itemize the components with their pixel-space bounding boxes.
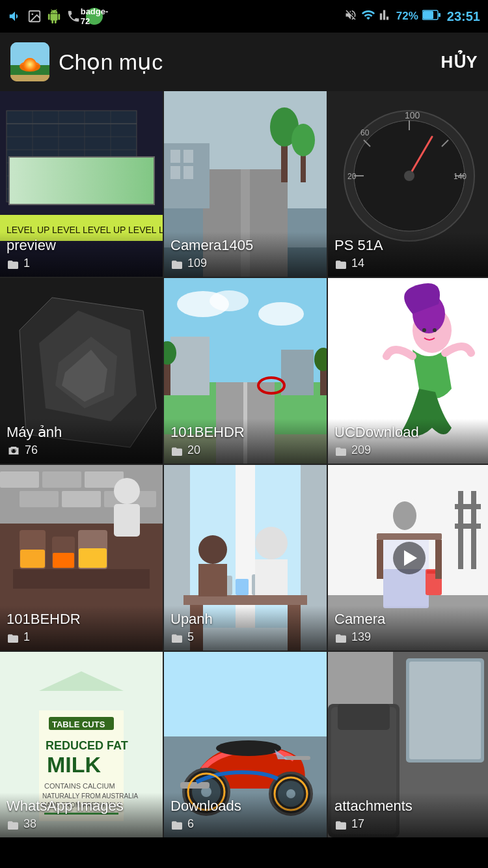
signal-icon	[379, 8, 392, 25]
folder-icon	[170, 259, 183, 269]
svg-point-110	[255, 527, 288, 559]
grid-info-camera: Camera 139	[328, 606, 488, 651]
folder-count-ucdownload: 209	[334, 443, 484, 457]
grid-item-downloads[interactable]: Downloads 6	[164, 652, 327, 837]
svg-point-49	[404, 171, 414, 181]
svg-rect-115	[458, 491, 463, 569]
grid-item-mayanh[interactable]: Máy ảnh 76	[0, 278, 163, 464]
svg-point-78	[433, 328, 437, 332]
mute-icon	[344, 8, 357, 25]
svg-point-94	[114, 478, 140, 504]
svg-rect-126	[377, 540, 383, 579]
folder-count-camera1405: 109	[170, 257, 320, 270]
folder-name-whatsapp: WhatsApp Images	[7, 798, 156, 815]
phone-icon	[66, 9, 81, 23]
cancel-button[interactable]: HỦY	[441, 52, 478, 72]
grid-item-upanh[interactable]: Upanh 5	[164, 465, 327, 651]
folder-count-camera: 139	[334, 630, 484, 644]
svg-point-34	[291, 124, 315, 156]
grid-info-upanh: Upanh 5	[164, 606, 327, 651]
grid-info-whatsapp: WhatsApp Images 38	[0, 792, 163, 837]
folder-icon	[170, 445, 183, 456]
folder-icon	[7, 632, 20, 643]
photo-grid: LEVEL UP LEVEL LEVEL UP LEVEL LEVEL prev…	[0, 91, 488, 837]
svg-text:20: 20	[347, 172, 357, 181]
grid-item-attachments[interactable]: attachments 17	[328, 652, 488, 837]
grid-item-ucdownload[interactable]: UCDownload 209	[328, 278, 488, 464]
svg-rect-95	[114, 504, 140, 537]
svg-rect-102	[183, 595, 307, 605]
folder-count-upanh: 5	[170, 630, 320, 644]
folder-name-upanh: Upanh	[170, 611, 320, 628]
grid-info-preview: preview 1	[0, 232, 163, 277]
svg-rect-116	[471, 491, 476, 569]
svg-point-77	[422, 328, 426, 332]
svg-point-1	[31, 13, 33, 15]
app-icon	[10, 42, 49, 81]
folder-name-preview: preview	[7, 237, 156, 254]
folder-name-ucdownload: UCDownload	[334, 424, 484, 441]
svg-text:CONTAINS CALCIUM: CONTAINS CALCIUM	[44, 782, 115, 790]
svg-point-120	[393, 501, 416, 530]
svg-rect-86	[79, 548, 107, 568]
android-icon	[47, 9, 61, 23]
grid-info-downloads: Downloads 6	[164, 792, 327, 837]
svg-point-108	[198, 535, 227, 564]
svg-rect-12	[7, 111, 137, 202]
svg-rect-111	[255, 559, 288, 595]
svg-text:60: 60	[360, 128, 370, 137]
folder-icon	[334, 632, 347, 643]
svg-rect-151	[284, 756, 310, 760]
folder-count-mayanh: 76	[7, 443, 156, 457]
folder-icon	[7, 259, 20, 269]
folder-name-camera: Camera	[334, 611, 484, 628]
svg-rect-91	[20, 491, 59, 507]
folder-name-101behdr2: 101BEHDR	[7, 611, 156, 628]
video-play-button[interactable]	[393, 542, 426, 574]
grid-info-101behdr2: 101BEHDR 1	[0, 606, 163, 651]
svg-rect-7	[10, 75, 49, 81]
svg-point-10	[23, 58, 36, 71]
folder-name-ps51a: PS 51A	[334, 237, 484, 254]
camera-icon	[7, 445, 21, 456]
grid-info-ps51a: PS 51A 14	[328, 232, 488, 277]
folder-count-whatsapp: 38	[7, 817, 156, 831]
svg-rect-39	[183, 166, 193, 179]
svg-rect-85	[53, 553, 74, 568]
grid-item-101behdr[interactable]: 101BEHDR 20	[164, 278, 327, 464]
svg-rect-84	[20, 550, 45, 568]
folder-name-downloads: Downloads	[170, 798, 320, 815]
svg-rect-106	[236, 579, 249, 595]
folder-count-ps51a: 14	[334, 257, 484, 270]
folder-name-camera1405: Camera1405	[170, 237, 320, 254]
svg-rect-88	[0, 471, 39, 488]
folder-count-101behdr: 20	[170, 443, 320, 457]
svg-rect-130	[39, 691, 124, 710]
folder-name-mayanh: Máy ảnh	[7, 424, 156, 441]
grid-item-camera[interactable]: Camera 139	[328, 465, 488, 651]
folder-count-preview: 1	[7, 257, 156, 270]
grid-item-101behdr2[interactable]: 101BEHDR 1	[0, 465, 163, 651]
folder-count-downloads: 6	[170, 817, 320, 831]
grid-item-camera1405[interactable]: Camera1405 109	[164, 91, 327, 277]
folder-icon	[7, 819, 20, 830]
grid-info-101behdr: 101BEHDR 20	[164, 419, 327, 464]
grid-item-whatsapp[interactable]: TABLE CUTS REDUCED FAT MILK CONTAINS CAL…	[0, 652, 163, 837]
grid-info-attachments: attachments 17	[328, 792, 488, 837]
folder-icon	[334, 259, 347, 269]
svg-rect-64	[170, 337, 210, 395]
grid-item-ps51a[interactable]: 100 60 20 140 PS 51A 14	[328, 91, 488, 277]
folder-name-attachments: attachments	[334, 798, 484, 815]
svg-rect-4	[439, 13, 441, 17]
svg-rect-152	[180, 782, 210, 789]
grid-item-preview[interactable]: LEVEL UP LEVEL LEVEL UP LEVEL LEVEL prev…	[0, 91, 163, 277]
svg-rect-125	[377, 533, 442, 540]
header-left: Chọn mục	[10, 42, 163, 81]
svg-rect-36	[170, 150, 180, 163]
svg-rect-127	[435, 540, 442, 579]
header: Chọn mục HỦY	[0, 33, 488, 91]
wifi-icon	[361, 8, 375, 25]
svg-text:100: 100	[405, 110, 420, 120]
image-icon	[27, 9, 42, 23]
svg-rect-38	[170, 166, 180, 179]
